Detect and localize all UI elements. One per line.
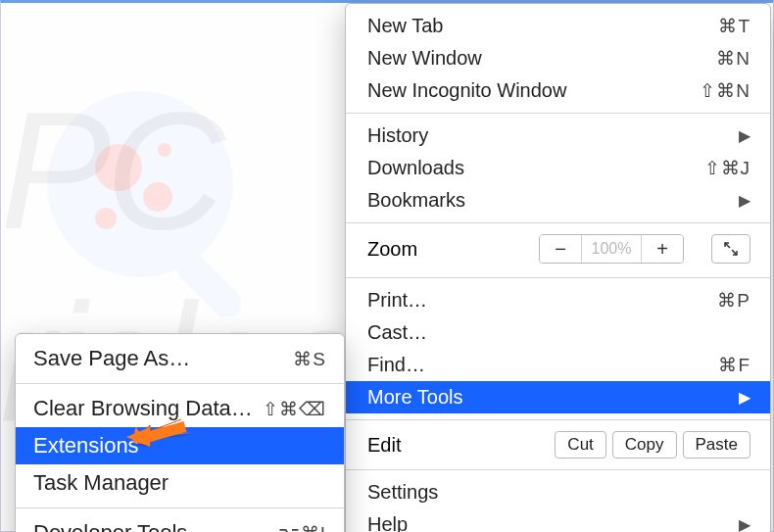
- separator: [16, 383, 344, 384]
- separator: [346, 113, 770, 114]
- submenu-task-manager[interactable]: Task Manager: [16, 464, 344, 502]
- label: History: [367, 124, 428, 147]
- menu-help[interactable]: Help ▶: [346, 508, 770, 532]
- shortcut: ⌘P: [717, 289, 750, 312]
- label: Developer Tools: [33, 520, 187, 532]
- menu-find[interactable]: Find… ⌘F: [346, 349, 770, 381]
- zoom-value: 100%: [581, 235, 642, 263]
- label: Extensions: [33, 433, 139, 459]
- separator: [346, 419, 770, 420]
- separator: [16, 508, 344, 508]
- label: New Incognito Window: [367, 79, 566, 102]
- svg-point-0: [47, 91, 233, 277]
- chevron-right-icon: ▶: [739, 388, 750, 407]
- label: New Tab: [367, 15, 443, 37]
- label: Settings: [367, 481, 438, 504]
- menu-print[interactable]: Print… ⌘P: [346, 284, 770, 316]
- submenu-clear-browsing-data[interactable]: Clear Browsing Data… ⇧⌘⌫: [16, 390, 344, 427]
- separator: [346, 469, 770, 470]
- chevron-right-icon: ▶: [739, 515, 750, 532]
- label: Print…: [367, 289, 427, 312]
- menu-edit: Edit Cut Copy Paste: [346, 426, 770, 463]
- zoom-stepper: − 100% +: [539, 234, 684, 264]
- chevron-right-icon: ▶: [739, 126, 750, 145]
- fullscreen-icon: [723, 241, 739, 257]
- shortcut: ⌘N: [716, 47, 750, 70]
- separator: [346, 222, 770, 223]
- label: Cast…: [367, 321, 427, 344]
- svg-rect-5: [171, 248, 248, 316]
- menu-settings[interactable]: Settings: [346, 476, 770, 508]
- more-tools-submenu: Save Page As… ⌘S Clear Browsing Data… ⇧⌘…: [15, 333, 345, 532]
- menu-downloads[interactable]: Downloads ⇧⌘J: [346, 152, 770, 184]
- copy-button[interactable]: Copy: [612, 431, 677, 459]
- chrome-main-menu: New Tab ⌘T New Window ⌘N New Incognito W…: [345, 3, 771, 532]
- menu-zoom: Zoom − 100% +: [346, 229, 770, 271]
- zoom-out-button[interactable]: −: [540, 235, 581, 263]
- label: Edit: [367, 434, 401, 457]
- shortcut: ⌥⌘I: [278, 522, 326, 533]
- menu-history[interactable]: History ▶: [346, 120, 770, 152]
- label: More Tools: [367, 386, 462, 409]
- submenu-extensions[interactable]: Extensions: [16, 427, 344, 464]
- shortcut: ⌘T: [718, 15, 750, 37]
- menu-new-window[interactable]: New Window ⌘N: [346, 42, 770, 74]
- svg-point-2: [143, 182, 172, 212]
- submenu-developer-tools[interactable]: Developer Tools ⌥⌘I: [16, 514, 344, 532]
- shortcut: ⇧⌘⌫: [263, 398, 326, 420]
- svg-point-1: [95, 144, 142, 191]
- label: Help: [367, 513, 408, 532]
- menu-new-tab[interactable]: New Tab ⌘T: [346, 10, 770, 42]
- fullscreen-button[interactable]: [711, 234, 750, 264]
- submenu-save-page[interactable]: Save Page As… ⌘S: [16, 340, 344, 377]
- shortcut: ⇧⌘N: [700, 79, 750, 102]
- menu-new-incognito[interactable]: New Incognito Window ⇧⌘N: [346, 74, 770, 107]
- shortcut: ⌘S: [293, 348, 326, 370]
- label: New Window: [367, 47, 482, 70]
- shortcut: ⇧⌘J: [704, 157, 751, 179]
- menu-cast[interactable]: Cast…: [346, 316, 770, 349]
- magnifier-illustration: [37, 81, 272, 316]
- label: Save Page As…: [33, 346, 190, 371]
- label: Bookmarks: [367, 189, 465, 212]
- label: Downloads: [367, 157, 464, 179]
- menu-bookmarks[interactable]: Bookmarks ▶: [346, 184, 770, 217]
- svg-point-3: [95, 208, 117, 229]
- label: Task Manager: [33, 470, 169, 496]
- zoom-in-button[interactable]: +: [642, 235, 683, 263]
- chevron-right-icon: ▶: [739, 191, 750, 210]
- paste-button[interactable]: Paste: [683, 431, 750, 459]
- label: Zoom: [367, 238, 417, 261]
- shortcut: ⌘F: [718, 354, 750, 376]
- label: Find…: [367, 354, 425, 376]
- cut-button[interactable]: Cut: [555, 431, 605, 459]
- label: Clear Browsing Data…: [33, 396, 253, 421]
- svg-point-4: [158, 143, 171, 157]
- separator: [346, 277, 770, 278]
- menu-more-tools[interactable]: More Tools ▶: [346, 381, 770, 413]
